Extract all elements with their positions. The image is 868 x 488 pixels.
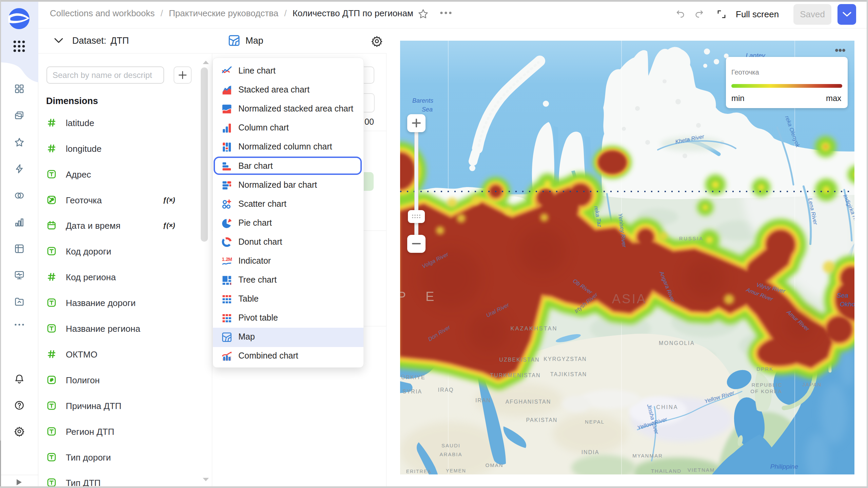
svg-text:OMAN: OMAN <box>486 462 504 468</box>
svg-text:RUSSIA: RUSSIA <box>679 236 704 241</box>
svg-text:Sea: Sea <box>422 106 433 113</box>
svg-text:MYANMAR: MYANMAR <box>632 453 663 459</box>
svg-text:ERITREA: ERITREA <box>406 469 432 474</box>
svg-text:THAILAND: THAILAND <box>651 468 682 474</box>
svg-text:Sea: Sea <box>837 292 848 299</box>
svg-text:1.2: 1.2 <box>222 257 229 262</box>
svg-text:PAKISTAN: PAKISTAN <box>526 417 558 423</box>
svg-text:P E: P E <box>400 289 442 304</box>
svg-text:SYRIA: SYRIA <box>402 389 422 394</box>
svg-text:Barents: Barents <box>412 97 433 104</box>
svg-text:SAUDI: SAUDI <box>441 443 460 448</box>
svg-text:AFGHANISTAN: AFGHANISTAN <box>506 399 551 405</box>
svg-text:TÜRKIYE: TÜRKIYE <box>400 374 426 380</box>
svg-text:VIETNAM: VIETNAM <box>688 467 715 473</box>
svg-text:ASIA: ASIA <box>612 292 647 306</box>
svg-text:CHINA: CHINA <box>656 404 678 410</box>
svg-text:JAPAN: JAPAN <box>802 382 822 387</box>
svg-text:IRAN: IRAN <box>475 398 491 403</box>
svg-text:NEPAL: NEPAL <box>585 419 605 425</box>
svg-text:YEMEN: YEMEN <box>446 468 466 473</box>
svg-text:OF KOREA: OF KOREA <box>750 388 782 394</box>
svg-text:IRAQ: IRAQ <box>438 387 454 393</box>
svg-text:DPRK: DPRK <box>756 366 773 372</box>
svg-text:M: M <box>228 257 232 262</box>
svg-text:MONGOLIA: MONGOLIA <box>659 340 695 346</box>
svg-text:INDIA: INDIA <box>581 449 599 455</box>
svg-text:ARABIA: ARABIA <box>439 451 462 457</box>
svg-text:KAZAKHSTAN: KAZAKHSTAN <box>511 325 558 331</box>
svg-text:UZBEKISTAN: UZBEKISTAN <box>499 357 539 363</box>
svg-text:TURKMENISTAN: TURKMENISTAN <box>490 372 540 378</box>
svg-text:REPUBLIC: REPUBLIC <box>751 382 782 388</box>
svg-text:Philippine: Philippine <box>770 463 798 470</box>
svg-text:KYRGYZSTAN: KYRGYZSTAN <box>544 356 587 362</box>
svg-text:Okhot: Okhot <box>840 301 854 308</box>
svg-text:TAJIKISTAN: TAJIKISTAN <box>550 371 587 377</box>
